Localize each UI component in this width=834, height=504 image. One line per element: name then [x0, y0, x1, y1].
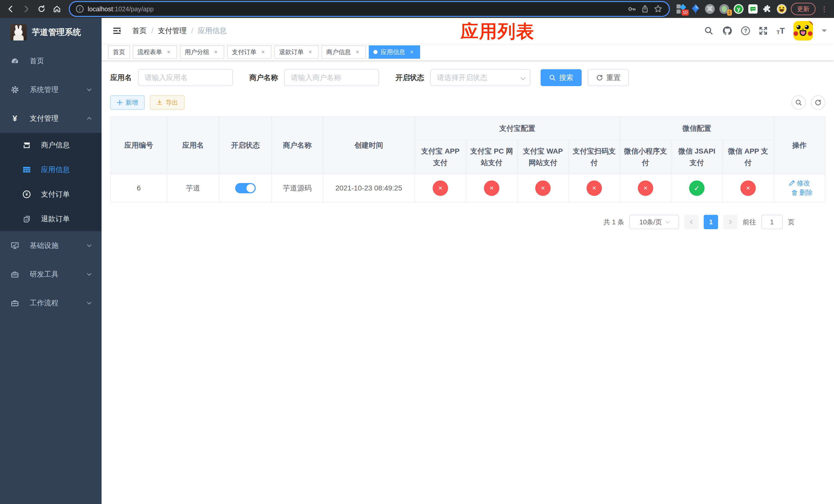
browser-reload-icon[interactable] — [36, 3, 47, 15]
site-info-icon[interactable]: i — [76, 5, 84, 13]
sidebar-logo[interactable]: 芋道管理系统 — [0, 18, 102, 47]
tags-view-bar: 首页 流程表单× 用户分组× 支付订单× 退款订单× 商户信息× 应用信息× — [102, 44, 834, 61]
close-icon[interactable]: × — [354, 48, 361, 55]
document-copy-icon — [23, 215, 31, 223]
status-label: 开启状态 — [395, 73, 424, 83]
breadcrumb-current: 应用信息 — [198, 26, 227, 36]
cell-created: 2021-10-23 08:49:25 — [323, 174, 415, 202]
close-icon[interactable]: × — [212, 48, 220, 55]
page-number-1[interactable]: 1 — [704, 215, 718, 229]
toggle-search-button[interactable] — [791, 95, 806, 110]
extension-yudao-icon[interactable]: y — [733, 4, 744, 14]
browser-toolbar: i localhost:1024/pay/app 10 ⌘ 1 y — [0, 0, 834, 18]
table-row: 6 芋道 芋道源码 2021-10-23 08:49:25 × × × × × … — [111, 174, 825, 202]
app-name-input[interactable] — [138, 69, 233, 86]
status-select[interactable]: 请选择开启状态 — [430, 69, 530, 86]
merchant-name-label: 商户名称 — [249, 73, 278, 83]
col-wx-jsapi: 微信 JSAPI 支付 — [671, 140, 722, 174]
tab-merchant-info[interactable]: 商户信息× — [322, 45, 366, 59]
browser-menu-icon[interactable]: ⋮ — [820, 5, 829, 13]
browser-home-icon[interactable] — [51, 3, 63, 15]
breadcrumb-payment[interactable]: 支付管理 — [158, 26, 187, 36]
extension-command-icon[interactable]: ⌘ — [705, 4, 715, 14]
sidebar-item-app-info[interactable]: 应用信息 — [0, 157, 102, 182]
filter-form: 应用名 商户名称 开启状态 请选择开启状态 搜索 重置 — [110, 69, 825, 86]
tab-payment-order[interactable]: 支付订单× — [227, 45, 271, 59]
col-alipay-scan: 支付宝扫码支付 — [569, 140, 620, 174]
next-page-button[interactable] — [723, 215, 738, 229]
cell-merchant: 芋道源码 — [271, 174, 323, 202]
add-button[interactable]: 新增 — [110, 95, 145, 110]
font-size-icon[interactable]: TT — [776, 27, 785, 35]
search-button[interactable]: 搜索 — [541, 69, 581, 86]
close-icon[interactable]: × — [307, 48, 314, 55]
tab-process-form[interactable]: 流程表单× — [133, 45, 177, 59]
address-bar[interactable]: i localhost:1024/pay/app — [70, 2, 669, 16]
extension-badge: 1 — [727, 9, 732, 16]
goto-page-input[interactable] — [761, 215, 783, 229]
extension-profile-icon[interactable]: 1 — [719, 4, 729, 14]
sidebar-item-infrastructure[interactable]: 基础设施 — [0, 231, 102, 260]
extensions-puzzle-icon[interactable] — [762, 4, 772, 14]
top-navbar: 首页 / 支付管理 / 应用信息 应用列表 ? TT — [102, 18, 834, 44]
extension-chat-icon[interactable] — [748, 4, 758, 14]
col-app-name: 应用名 — [167, 117, 219, 174]
store-icon — [23, 141, 31, 149]
bookmark-star-icon[interactable] — [654, 4, 663, 14]
col-group-wechat: 微信配置 — [620, 117, 774, 140]
sidebar-item-payment[interactable]: ¥ 支付管理 — [0, 104, 102, 133]
close-icon[interactable]: × — [408, 48, 415, 55]
tab-user-group[interactable]: 用户分组× — [180, 45, 224, 59]
sidebar-collapse-icon[interactable] — [109, 26, 125, 36]
app-name-label: 应用名 — [110, 73, 132, 83]
github-icon[interactable] — [722, 26, 732, 36]
monitor-check-icon — [11, 242, 19, 250]
tab-app-info[interactable]: 应用信息× — [369, 45, 420, 59]
browser-update-button[interactable]: 更新 — [791, 3, 815, 15]
reset-button[interactable]: 重置 — [588, 69, 629, 86]
sidebar: 芋道管理系统 首页 系统管理 ¥ 支付管理 — [0, 18, 102, 504]
page-size-select[interactable]: 10条/页 — [629, 215, 679, 229]
sidebar-item-workflow[interactable]: 工作流程 — [0, 289, 102, 317]
chevron-up-icon — [86, 115, 92, 121]
wx-mini-status-icon: × — [638, 181, 653, 196]
edit-link[interactable]: 修改 — [789, 179, 810, 188]
tab-home[interactable]: 首页 — [108, 45, 130, 59]
sidebar-item-merchant-info[interactable]: 商户信息 — [0, 133, 102, 157]
alipay-wap-status-icon: × — [535, 181, 551, 196]
browser-forward-icon[interactable] — [21, 3, 32, 15]
sidebar-item-dev-tools[interactable]: 研发工具 — [0, 260, 102, 289]
help-icon[interactable]: ? — [741, 26, 750, 35]
browser-back-icon[interactable] — [5, 3, 16, 15]
grid-table-icon — [23, 166, 31, 174]
logo-rabbit-image — [10, 24, 27, 41]
export-button[interactable]: 导出 — [150, 95, 185, 110]
header-search-icon[interactable] — [704, 26, 714, 36]
prev-page-button[interactable] — [684, 215, 699, 229]
tab-refund-order[interactable]: 退款订单× — [275, 45, 319, 59]
browser-profile-avatar[interactable] — [776, 4, 787, 14]
delete-link[interactable]: 删除 — [791, 188, 813, 197]
sidebar-item-refund-order[interactable]: 退款订单 — [0, 207, 102, 231]
alipay-app-status-icon: × — [433, 181, 448, 196]
sidebar-item-home[interactable]: 首页 — [0, 47, 102, 75]
col-merchant: 商户名称 — [271, 117, 323, 174]
merchant-name-input[interactable] — [284, 69, 379, 86]
sidebar-item-payment-order[interactable]: ¥ 支付订单 — [0, 182, 102, 207]
extension-blocks-icon[interactable]: 10 — [676, 4, 686, 14]
share-icon[interactable] — [641, 5, 649, 13]
close-icon[interactable]: × — [260, 48, 267, 55]
user-avatar[interactable] — [793, 21, 813, 41]
breadcrumb-home[interactable]: 首页 — [132, 26, 147, 36]
refresh-button[interactable] — [811, 95, 825, 110]
goto-suffix: 页 — [788, 217, 794, 227]
password-key-icon[interactable] — [627, 4, 637, 14]
status-toggle[interactable] — [235, 183, 256, 193]
fullscreen-icon[interactable] — [759, 26, 768, 36]
col-wx-mini: 微信小程序支付 — [620, 140, 671, 174]
avatar-caret-icon[interactable] — [822, 29, 827, 35]
extension-kite-icon[interactable] — [690, 4, 701, 14]
sidebar-item-system[interactable]: 系统管理 — [0, 75, 102, 104]
close-icon[interactable]: × — [165, 48, 172, 55]
wx-app-status-icon: × — [740, 181, 756, 196]
